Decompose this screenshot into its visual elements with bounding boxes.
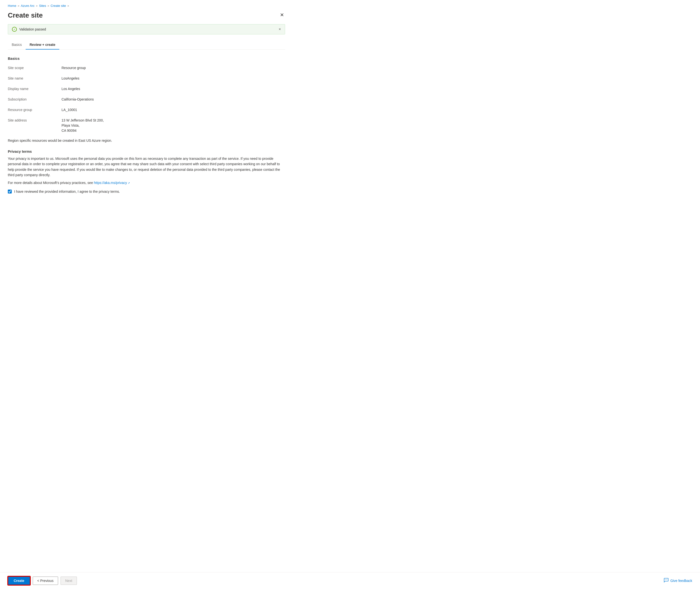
breadcrumb: Home > Azure Arc > Sites > Create site > (8, 4, 285, 8)
field-subscription-label: Subscription (8, 97, 61, 101)
breadcrumb-sites[interactable]: Sites (39, 4, 46, 8)
field-site-address-value: 13 W Jefferson Blvd St 200,Playa Vista,C… (61, 118, 104, 133)
field-site-name-label: Site name (8, 76, 61, 80)
validation-text: Validation passed (19, 27, 46, 31)
field-display-name: Display name Los Angeles (8, 86, 285, 91)
create-button[interactable]: Create (8, 576, 30, 585)
region-note: Region specific resources would be creat… (8, 139, 285, 143)
feedback-icon (664, 578, 669, 584)
field-site-scope-value: Resource group (61, 65, 86, 70)
field-site-scope-label: Site scope (8, 65, 61, 70)
field-resource-group: Resource group LA_10001 (8, 108, 285, 113)
give-feedback-button[interactable]: Give feedback (664, 578, 692, 584)
field-site-name-value: LosAngeles (61, 76, 79, 81)
footer-bar: Create < Previous Next Give feedback (0, 572, 700, 589)
validation-message-area: ✓ Validation passed (12, 27, 46, 32)
svg-point-0 (665, 579, 665, 580)
breadcrumb-create-site[interactable]: Create site (50, 4, 66, 8)
tab-bar: Basics Review + create (8, 40, 285, 49)
validation-banner: ✓ Validation passed × (8, 24, 285, 34)
privacy-checkbox[interactable] (8, 190, 12, 193)
field-display-name-label: Display name (8, 86, 61, 91)
breadcrumb-azure-arc[interactable]: Azure Arc (21, 4, 34, 8)
privacy-link[interactable]: https://aka.ms/privacy (94, 181, 127, 185)
field-site-address-label: Site address (8, 118, 61, 122)
field-site-scope: Site scope Resource group (8, 65, 285, 70)
feedback-label: Give feedback (671, 579, 692, 583)
close-button[interactable]: ✕ (279, 11, 285, 18)
privacy-checkbox-label: I have reviewed the provided information… (14, 190, 120, 193)
breadcrumb-sep-2: > (36, 4, 37, 7)
field-subscription: Subscription California-Operations (8, 97, 285, 102)
basics-section-title: Basics (8, 56, 285, 60)
page-header: Create site ✕ (8, 11, 285, 19)
privacy-body: Your privacy is important to us. Microso… (8, 156, 285, 178)
privacy-section: Privacy terms Your privacy is important … (8, 149, 285, 185)
breadcrumb-sep-3: > (48, 4, 49, 7)
field-resource-group-label: Resource group (8, 108, 61, 112)
field-subscription-value: California-Operations (61, 97, 94, 102)
privacy-link-line: For more details about Microsoft's priva… (8, 181, 285, 185)
breadcrumb-sep-1: > (18, 4, 19, 7)
next-button: Next (60, 577, 77, 585)
field-site-name: Site name LosAngeles (8, 76, 285, 81)
tab-basics[interactable]: Basics (8, 40, 26, 49)
footer-actions: Create < Previous Next (8, 576, 77, 585)
field-display-name-value: Los Angeles (61, 86, 80, 91)
privacy-title: Privacy terms (8, 149, 285, 154)
validation-close-button[interactable]: × (279, 27, 281, 31)
tab-review-create[interactable]: Review + create (26, 40, 59, 49)
field-site-address: Site address 13 W Jefferson Blvd St 200,… (8, 118, 285, 133)
previous-button[interactable]: < Previous (33, 577, 58, 585)
field-resource-group-value: LA_10001 (61, 108, 77, 113)
validation-icon: ✓ (12, 27, 17, 32)
breadcrumb-home[interactable]: Home (8, 4, 16, 8)
svg-point-2 (667, 579, 667, 580)
external-link-icon: ↗ (128, 182, 130, 185)
page-title: Create site (8, 11, 43, 19)
svg-point-1 (666, 579, 666, 580)
privacy-link-prefix: For more details about Microsoft's priva… (8, 181, 94, 185)
breadcrumb-sep-4: > (67, 4, 69, 7)
privacy-checkbox-row: I have reviewed the provided information… (8, 190, 285, 193)
